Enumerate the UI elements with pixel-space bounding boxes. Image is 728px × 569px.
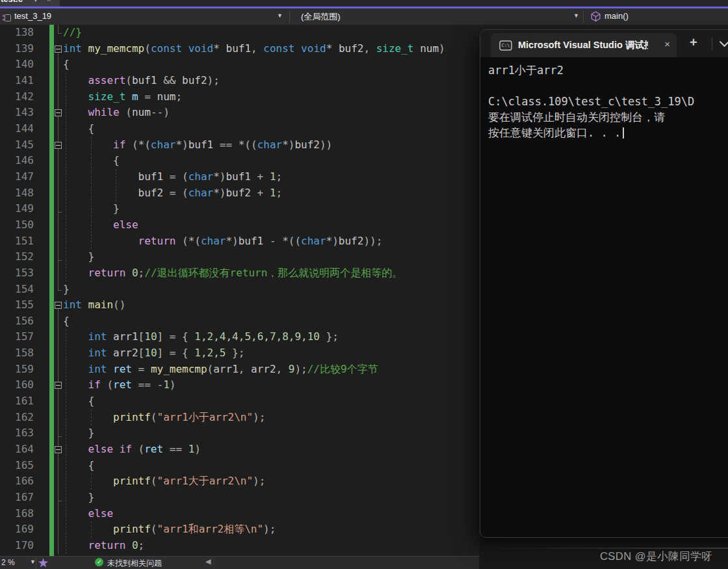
line-number: 146 [0, 153, 36, 169]
code-text: else [63, 506, 113, 522]
indent-guide [116, 169, 116, 201]
navigation-bar: + + test_3_19 ▼ (全局范围) ▼ main() [0, 8, 728, 25]
new-tab-icon[interactable]: + [690, 35, 697, 50]
line-number: 153 [0, 265, 36, 282]
line-number: 139 [0, 41, 36, 57]
code-text: return (*(char*)buf1 - *((char*)buf2)); [63, 233, 382, 250]
line-number: 159 [0, 362, 36, 378]
change-tracking-bar [49, 25, 54, 556]
code-text: { [63, 458, 94, 474]
line-number: 158 [0, 345, 36, 362]
line-number: 141 [0, 73, 36, 89]
code-text: { [63, 121, 94, 137]
code-text: } [63, 249, 94, 265]
code-text: int arr1[10] = { 1,2,4,4,5,6,7,8,9,10 }; [63, 329, 339, 345]
line-number: 167 [0, 490, 36, 506]
line-number: 162 [0, 410, 36, 426]
line-number: 156 [0, 313, 36, 330]
code-text: { [63, 57, 70, 73]
console-tab[interactable]: C:\ Microsoft Visual Studio 调试控制台 × [491, 33, 677, 57]
code-text: buf2 = (char*)buf2 + 1; [63, 185, 282, 202]
chevron-down-icon[interactable] [720, 37, 728, 47]
indent-guide [91, 137, 92, 250]
pin-icon[interactable]: ▾ [34, 0, 38, 4]
console-output[interactable]: arr1小于arr2C:\class.109\test_c\test_3_19\… [488, 62, 728, 140]
line-number: 161 [0, 393, 36, 410]
svg-text:+: + [2, 17, 5, 23]
code-text: else [63, 217, 138, 233]
line-number: 142 [0, 89, 36, 105]
code-text: { [63, 393, 94, 410]
line-number: 144 [0, 121, 36, 137]
line-number: 138 [0, 25, 36, 41]
scope-dropdown[interactable]: (全局范围) [301, 11, 341, 23]
code-text: return 0;//退出循环都没有return，那么就说明两个是相等的。 [63, 265, 402, 282]
code-text: } [63, 282, 70, 298]
chevron-down-icon[interactable]: ▼ [277, 12, 283, 19]
close-icon[interactable]: × [47, 0, 51, 3]
line-number: 151 [0, 233, 36, 250]
code-text: if (ret == -1) [63, 377, 176, 393]
code-text: printf("arr1小于arr2\n"); [63, 410, 265, 426]
code-text: //} [63, 25, 82, 41]
code-text: } [63, 425, 94, 442]
line-number: 165 [0, 458, 36, 474]
collapse-toggle-icon [55, 109, 62, 116]
collapse-toggle-icon [55, 46, 62, 53]
line-number: 157 [0, 329, 36, 345]
collapse-toggle-icon [55, 446, 62, 453]
code-text: else if (ret == 1) [63, 442, 201, 458]
line-number: 160 [0, 377, 36, 393]
line-number: 145 [0, 137, 36, 153]
method-cube-icon [590, 10, 601, 22]
line-number: 169 [0, 522, 36, 538]
indent-guide [91, 522, 92, 538]
line-number: 140 [0, 57, 36, 73]
document-tab-label: test.c [1, 0, 23, 4]
collapse-toggle-icon [55, 382, 62, 389]
line-number: 149 [0, 201, 36, 217]
code-text: printf("arr1大于arr2\n"); [63, 473, 265, 490]
line-number: 166 [0, 473, 36, 490]
code-text: if (*(char*)buf1 == *((char*)buf2)) [63, 137, 332, 153]
console-tab-bar: C:\ Microsoft Visual Studio 调试控制台 × + [480, 30, 728, 57]
svg-text:C:\: C:\ [502, 43, 510, 48]
text-cursor [623, 127, 624, 139]
cmd-prompt-icon: C:\ [499, 39, 512, 51]
watermark: CSDN @是小陳同学呀 [0, 549, 712, 564]
line-number: 147 [0, 169, 36, 185]
window-edge-highlight [481, 548, 728, 549]
line-number: 163 [0, 425, 36, 442]
line-number: 168 [0, 506, 36, 522]
line-number: 164 [0, 442, 36, 458]
line-number: 143 [0, 105, 36, 121]
collapse-toggle-icon [55, 302, 62, 309]
project-icon: + + [2, 11, 12, 23]
code-text: buf1 = (char*)buf1 + 1; [63, 169, 282, 185]
indent-guide [66, 330, 66, 554]
console-line [488, 78, 728, 94]
member-dropdown[interactable]: main() [604, 11, 629, 21]
code-text: { [63, 313, 70, 330]
code-text: int main() [63, 297, 125, 313]
document-tab[interactable]: test.c ▾ × [0, 0, 60, 7]
project-dropdown[interactable]: test_3_19 [14, 11, 51, 21]
chevron-down-icon[interactable]: ▼ [573, 12, 579, 19]
code-text: printf("arr1和arr2相等\n"); [63, 522, 276, 538]
line-number: 154 [0, 282, 36, 298]
code-text: size_t m = num; [63, 89, 182, 105]
console-line: C:\class.109\test_c\test_3_19\D [488, 94, 728, 109]
code-text: int arr2[10] = { 1,2,5 }; [63, 345, 244, 362]
console-line: 要在调试停止时自动关闭控制台，请 [488, 109, 728, 125]
indent-guide [91, 410, 92, 426]
line-number: 155 [0, 297, 36, 313]
debug-console-window[interactable]: C:\ Microsoft Visual Studio 调试控制台 × + ar… [480, 29, 728, 538]
console-line: 按任意键关闭此窗口. . . [488, 125, 728, 140]
code-text: int my_memcmp(const void* buf1, const vo… [63, 41, 445, 57]
divider [289, 10, 290, 23]
code-text: while (num--) [63, 105, 170, 121]
close-icon[interactable]: × [664, 38, 670, 49]
divider [712, 37, 712, 50]
document-tab-strip: test.c ▾ × [0, 0, 728, 7]
indent-guide [66, 73, 66, 282]
